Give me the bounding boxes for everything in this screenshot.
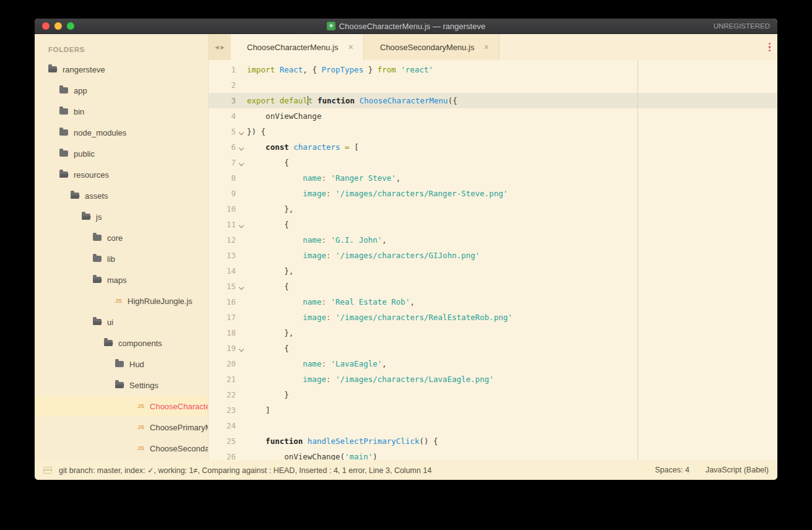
line-number: 7: [209, 158, 236, 167]
code-text: name: 'LavaEagle',: [247, 359, 387, 368]
line-number: 23: [209, 406, 236, 415]
code-line-7[interactable]: 7 {: [209, 155, 777, 170]
tab-nav-forward-icon[interactable]: ▶: [221, 45, 225, 50]
traffic-lights: [42, 22, 74, 30]
window-title: ChooseCharacterMenu.js — rangersteve: [339, 22, 485, 31]
code-line-3[interactable]: 3export default function ChooseCharacter…: [209, 93, 777, 108]
sidebar-folder-settings[interactable]: Settings: [35, 375, 208, 396]
line-number: 4: [209, 111, 236, 121]
tree-item-label: public: [74, 149, 95, 159]
code-line-26[interactable]: 26 onViewChange('main'): [209, 449, 777, 460]
code-text: image: '/images/characters/RealEstateRob…: [247, 313, 512, 322]
code-line-20[interactable]: 20 name: 'LavaEagle',: [209, 356, 777, 371]
code-line-11[interactable]: 11 {: [209, 217, 777, 232]
code-line-9[interactable]: 9 image: '/images/characters/Ranger-Stev…: [209, 186, 777, 201]
line-number: 2: [209, 80, 236, 90]
tree-item-label: maps: [107, 276, 127, 285]
line-number: 1: [209, 65, 236, 74]
code-text: },: [247, 266, 293, 276]
unregistered-badge: UNREGISTERED: [714, 22, 770, 30]
line-number: 26: [209, 452, 236, 460]
code-line-21[interactable]: 21 image: '/images/characters/LavaEagle.…: [209, 371, 777, 387]
code-line-16[interactable]: 16 name: 'Real Estate Rob',: [209, 294, 777, 310]
code-line-25[interactable]: 25 function handleSelectPrimaryClick() {: [209, 433, 777, 449]
sidebar-file-chooseprimarym[interactable]: JSChoosePrimaryM: [35, 417, 208, 438]
code-text: function handleSelectPrimaryClick() {: [247, 437, 438, 446]
code-line-12[interactable]: 12 name: 'G.I. John',: [209, 232, 777, 248]
indentation-setting[interactable]: Spaces: 4: [655, 466, 689, 474]
code-line-23[interactable]: 23 ]: [209, 402, 777, 418]
code-line-6[interactable]: 6 const characters = [: [209, 139, 777, 155]
sidebar-folder-assets[interactable]: assets: [35, 185, 208, 206]
folder-icon: [59, 108, 68, 115]
sidebar-folder-js[interactable]: js: [35, 206, 208, 227]
sidebar-folder-components[interactable]: components: [35, 332, 208, 354]
tree-item-label: Hud: [129, 360, 144, 369]
code-line-1[interactable]: 1import React, { PropTypes } from 'react…: [209, 62, 777, 77]
code-line-24[interactable]: 24: [209, 418, 777, 433]
sidebar: FOLDERS rangersteveappbinnode_modulespub…: [35, 34, 209, 460]
tree-item-label: ui: [107, 318, 113, 327]
tree-item-label: Settings: [129, 381, 158, 390]
line-number: 18: [209, 328, 236, 337]
sidebar-folder-resources[interactable]: resources: [35, 164, 208, 185]
sidebar-folder-ui[interactable]: ui: [35, 311, 208, 332]
sidebar-folder-app[interactable]: app: [35, 80, 208, 101]
sidebar-folder-core[interactable]: core: [35, 227, 208, 248]
tab-close-icon[interactable]: ×: [484, 42, 489, 52]
tab-choosecharactermenu[interactable]: ChooseCharacterMenu.js ×: [231, 34, 363, 60]
code-line-17[interactable]: 17 image: '/images/characters/RealEstate…: [209, 310, 777, 325]
code-line-14[interactable]: 14 },: [209, 263, 777, 279]
code-line-22[interactable]: 22 }: [209, 387, 777, 402]
line-number: 3: [209, 96, 236, 105]
tree-item-label: resources: [74, 170, 109, 180]
tree-item-label: ChoosePrimaryM: [150, 423, 209, 432]
panel-toggle-icon[interactable]: [43, 467, 52, 474]
sidebar-folder-hud[interactable]: Hud: [35, 354, 208, 375]
folder-open-icon: [93, 277, 102, 283]
line-number: 10: [209, 204, 236, 214]
sidebar-file-chooseseconda[interactable]: JSChooseSeconda: [35, 438, 208, 459]
syntax-setting[interactable]: JavaScript (Babel): [706, 466, 769, 474]
sidebar-folder-lib[interactable]: lib: [35, 248, 208, 269]
code-text: {: [247, 344, 289, 353]
tab-choosesecondarymenu[interactable]: ChooseSecondaryMenu.js ×: [363, 34, 499, 60]
sidebar-folder-bin[interactable]: bin: [35, 101, 208, 122]
sidebar-file-choosecharacte[interactable]: JSChooseCharacte: [35, 396, 208, 417]
code-line-18[interactable]: 18 },: [209, 325, 777, 341]
minimize-window-button[interactable]: [54, 22, 62, 30]
tab-nav-back-icon[interactable]: ◀: [215, 45, 218, 50]
code-line-5[interactable]: 5}) {: [209, 124, 777, 139]
tab-close-icon[interactable]: ×: [348, 42, 353, 52]
code-text: {: [247, 282, 289, 291]
code-text: name: 'Ranger Steve',: [247, 173, 400, 183]
sidebar-folder-public[interactable]: public: [35, 143, 208, 164]
code-text: }) {: [247, 127, 266, 136]
tree-item-label: bin: [74, 107, 84, 116]
code-line-2[interactable]: 2: [209, 77, 777, 93]
line-number: 25: [209, 437, 236, 446]
editor-column: ◀ ▶ ChooseCharacterMenu.js × ChooseSecon…: [209, 34, 777, 460]
overflow-menu-icon[interactable]: [769, 43, 771, 52]
sidebar-file-highrulejungle.js[interactable]: JSHighRuleJungle.js: [35, 290, 208, 311]
code-text: onViewChange: [247, 111, 321, 121]
sidebar-folder-maps[interactable]: maps: [35, 269, 208, 290]
tree-item-label: ChooseCharacte: [150, 402, 209, 411]
code-line-19[interactable]: 19 {: [209, 341, 777, 356]
code-line-8[interactable]: 8 name: 'Ranger Steve',: [209, 170, 777, 186]
line-number: 14: [209, 266, 236, 276]
code-text: {: [247, 158, 289, 167]
code-line-4[interactable]: 4 onViewChange: [209, 108, 777, 124]
sidebar-folder-node_modules[interactable]: node_modules: [35, 122, 208, 143]
code-text: ]: [247, 406, 270, 415]
code-editor[interactable]: 1import React, { PropTypes } from 'react…: [209, 60, 777, 460]
sidebar-folder-rangersteve[interactable]: rangersteve: [35, 59, 208, 80]
code-line-15[interactable]: 15 {: [209, 279, 777, 294]
code-line-10[interactable]: 10 },: [209, 201, 777, 217]
folder-open-icon: [71, 193, 79, 199]
code-line-13[interactable]: 13 image: '/images/characters/GIJohn.png…: [209, 248, 777, 263]
zoom-window-button[interactable]: [67, 22, 74, 30]
folder-icon: [59, 150, 68, 157]
folder-icon: [59, 87, 68, 93]
close-window-button[interactable]: [42, 22, 50, 30]
